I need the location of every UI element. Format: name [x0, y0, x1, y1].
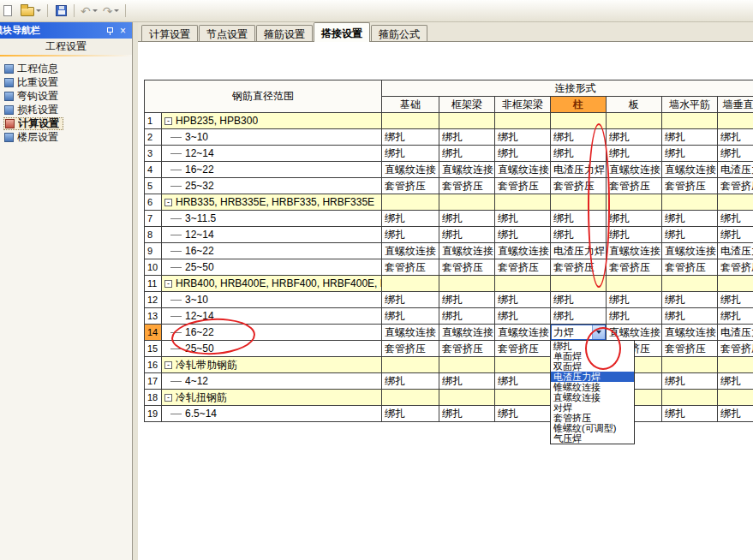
connection-cell[interactable]: 直螺纹连接	[495, 243, 551, 259]
open-file-button[interactable]	[19, 3, 43, 20]
close-icon[interactable]: ×	[117, 25, 129, 37]
diameter-range-cell[interactable]: 25~32	[162, 178, 382, 194]
diameter-range-cell[interactable]: 4~12	[162, 373, 382, 390]
connection-cell[interactable]: 套管挤压	[551, 259, 607, 276]
redo-button[interactable]: ↷	[101, 3, 122, 20]
connection-cell[interactable]: 套管挤压	[439, 341, 495, 357]
connection-cell[interactable]: 直螺纹连接	[382, 162, 439, 178]
connection-cell[interactable]: 套管挤压	[382, 259, 439, 276]
connection-cell[interactable]: 绑扎	[607, 146, 662, 162]
connection-cell[interactable]: 绑扎	[607, 292, 662, 308]
connection-cell[interactable]: 绑扎	[382, 227, 439, 243]
diameter-range-cell[interactable]: 3~10	[162, 292, 382, 308]
diameter-range-cell[interactable]: 12~14	[162, 146, 382, 162]
connection-cell[interactable]: 电渣压力焊	[551, 162, 607, 178]
diameter-range-cell[interactable]: 12~14	[162, 227, 382, 243]
connection-cell[interactable]: 绑扎	[662, 146, 718, 162]
connection-cell[interactable]: 绑扎	[382, 373, 439, 390]
connection-cell[interactable]: 套管挤压	[718, 178, 753, 194]
connection-cell[interactable]: 绑扎	[495, 308, 551, 325]
group-row[interactable]: -冷轧扭钢筋	[162, 390, 382, 406]
connection-cell[interactable]: 套管挤压	[718, 259, 753, 276]
diameter-range-cell[interactable]: 25~50	[162, 341, 382, 357]
connection-cell[interactable]: 绑扎	[718, 129, 753, 146]
connection-cell[interactable]: 绑扎	[607, 308, 662, 325]
connection-cell[interactable]: 套管挤压	[495, 178, 551, 194]
sidebar-item-project-info[interactable]: 工程信息	[3, 63, 62, 75]
connection-cell[interactable]: 直螺纹连接	[495, 325, 551, 341]
connection-cell[interactable]: 套管挤压	[382, 341, 439, 357]
connection-cell[interactable]: 套管挤压	[662, 341, 718, 357]
connection-cell[interactable]: 绑扎	[662, 211, 718, 227]
connection-cell[interactable]: 绑扎	[607, 211, 662, 227]
connection-cell[interactable]: 直螺纹连接	[607, 162, 662, 178]
connection-cell[interactable]: 直螺纹连接	[439, 325, 495, 341]
connection-cell[interactable]: 套管挤压	[662, 259, 718, 276]
dropdown-option[interactable]: 单面焊	[551, 351, 634, 361]
group-row[interactable]: -HPB235, HPB300	[162, 113, 382, 129]
connection-cell[interactable]: 绑扎	[382, 211, 439, 227]
sidebar-item-calc-settings[interactable]: 计算设置	[3, 117, 63, 130]
connection-cell[interactable]: 绑扎	[495, 129, 551, 146]
connection-cell[interactable]: 绑扎	[495, 373, 551, 390]
diameter-range-cell[interactable]: 25~50	[162, 259, 382, 276]
connection-cell[interactable]: 绑扎	[718, 406, 753, 422]
connection-cell[interactable]: 绑扎	[439, 129, 495, 146]
sidebar-item-loss-settings[interactable]: 损耗设置	[3, 104, 62, 116]
connection-cell[interactable]: 绑扎	[662, 373, 718, 390]
connection-cell[interactable]: 绑扎	[382, 308, 439, 325]
dropdown-option[interactable]: 双面焊	[551, 361, 634, 372]
connection-cell[interactable]: 电渣压力焊	[718, 162, 753, 178]
connection-cell[interactable]: 绑扎	[382, 146, 439, 162]
connection-cell[interactable]: 套管挤压	[607, 259, 662, 276]
diameter-range-cell[interactable]: 3~10	[162, 129, 382, 146]
dropdown-option[interactable]: 套管挤压	[551, 413, 634, 423]
connection-cell[interactable]: 绑扎	[495, 406, 551, 422]
pin-icon[interactable]	[104, 25, 117, 37]
diameter-range-cell[interactable]: 6.5~14	[162, 406, 382, 422]
connection-cell[interactable]: 套管挤压	[382, 178, 439, 194]
connection-combobox[interactable]: 力焊	[551, 325, 606, 340]
connection-cell[interactable]: 绑扎	[439, 227, 495, 243]
connection-cell[interactable]: 电渣压力焊	[718, 243, 753, 259]
connection-cell[interactable]: 套管挤压	[607, 178, 662, 194]
connection-cell[interactable]: 绑扎	[495, 211, 551, 227]
connection-cell[interactable]: 直螺纹连接	[382, 243, 439, 259]
connection-cell[interactable]: 绑扎	[718, 292, 753, 308]
connection-cell[interactable]: 直螺纹连接	[662, 243, 718, 259]
diameter-range-cell[interactable]: 16~22	[162, 243, 382, 259]
diameter-range-cell[interactable]: 16~22	[162, 325, 382, 341]
connection-cell[interactable]: 绑扎	[439, 373, 495, 390]
connection-cell[interactable]: 套管挤压	[439, 178, 495, 194]
connection-cell[interactable]: 绑扎	[382, 406, 439, 422]
connection-cell[interactable]: 绑扎	[551, 211, 607, 227]
connection-cell[interactable]: 直螺纹连接	[439, 243, 495, 259]
connection-cell[interactable]: 绑扎	[662, 308, 718, 325]
collapse-icon[interactable]: -	[164, 117, 172, 125]
connection-cell[interactable]: 套管挤压	[551, 178, 607, 194]
connection-cell[interactable]: 绑扎	[495, 227, 551, 243]
collapse-icon[interactable]: -	[164, 199, 172, 206]
dropdown-option[interactable]: 电渣压力焊	[551, 372, 634, 382]
connection-cell[interactable]: 直螺纹连接	[382, 325, 439, 341]
connection-cell[interactable]: 绑扎	[718, 308, 753, 325]
connection-cell[interactable]: 套管挤压	[439, 259, 495, 276]
dropdown-option[interactable]: 对焊	[551, 402, 634, 413]
diameter-range-cell[interactable]: 16~22	[162, 162, 382, 178]
connection-cell[interactable]: 绑扎	[382, 292, 439, 308]
connection-cell[interactable]: 电渣压力焊	[551, 243, 607, 259]
connection-cell[interactable]: 直螺纹连接	[662, 162, 718, 178]
connection-cell[interactable]: 绑扎	[551, 308, 607, 325]
tab-stirrup-settings[interactable]: 箍筋设置	[256, 25, 313, 41]
connection-cell[interactable]: 绑扎	[439, 308, 495, 325]
save-button[interactable]	[52, 3, 69, 20]
connection-cell[interactable]: 绑扎	[551, 227, 607, 243]
dropdown-option[interactable]: 气压焊	[551, 433, 634, 444]
connection-cell[interactable]: 绑扎	[495, 292, 551, 308]
connection-cell[interactable]: 绑扎	[382, 129, 439, 146]
collapse-icon[interactable]: -	[164, 394, 172, 402]
new-document-button[interactable]	[0, 3, 17, 20]
collapse-icon[interactable]: -	[164, 280, 172, 288]
sidebar-item-ratio-settings[interactable]: 比重设置	[3, 76, 62, 89]
tab-lap-settings[interactable]: 搭接设置	[314, 22, 370, 42]
